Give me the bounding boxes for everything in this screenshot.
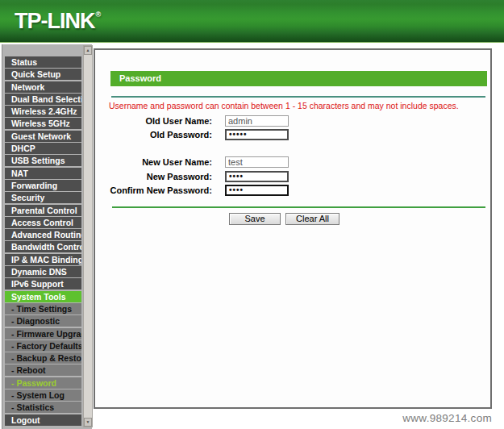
sidebar-item-usb-settings[interactable]: USB Settings — [5, 155, 81, 166]
sidebar-item-security[interactable]: Security — [5, 192, 81, 203]
sidebar-item-forwarding[interactable]: Forwarding — [5, 180, 81, 191]
sidebar-item-statistics[interactable]: - Statistics — [5, 402, 81, 413]
clear-all-button[interactable]: Clear All — [285, 213, 339, 225]
tplink-logo: TP-LINK® — [15, 9, 101, 34]
old-password-input[interactable] — [225, 129, 289, 140]
sidebar: StatusQuick SetupNetworkDual Band Select… — [2, 44, 92, 429]
sidebar-item-password[interactable]: - Password — [5, 377, 81, 389]
sidebar-item-ipv6-support[interactable]: IPv6 Support — [5, 278, 81, 289]
field-label: Old User Name: — [95, 116, 225, 126]
scroll-up-button[interactable]: ▲ — [84, 46, 92, 55]
form-row: Confirm New Password: — [95, 183, 490, 197]
sidebar-item-status[interactable]: Status — [5, 56, 81, 68]
sidebar-item-parental-control[interactable]: Parental Control — [5, 205, 81, 216]
form-row: Old User Name: — [95, 114, 490, 127]
sidebar-item-nat[interactable]: NAT — [5, 168, 81, 179]
sidebar-menu: StatusQuick SetupNetworkDual Band Select… — [5, 56, 81, 427]
form-row: New User Name: — [95, 156, 490, 169]
sidebar-item-firmware-upgrade[interactable]: - Firmware Upgrade — [5, 328, 81, 339]
field-label: Confirm New Password: — [95, 185, 225, 195]
page-title: Password — [110, 71, 487, 86]
sidebar-item-guest-network[interactable]: Guest Network — [5, 131, 81, 142]
sidebar-item-backup-restore[interactable]: - Backup & Restore — [5, 352, 81, 364]
sidebar-item-diagnostic[interactable]: - Diagnostic — [5, 315, 81, 327]
password-hint-text: Username and password can contain betwee… — [109, 101, 480, 110]
sidebar-item-time-settings[interactable]: - Time Settings — [5, 303, 81, 314]
sidebar-item-access-control[interactable]: Access Control — [5, 217, 81, 228]
sidebar-item-dynamic-dns[interactable]: Dynamic DNS — [5, 266, 81, 277]
field-label: New Password: — [95, 172, 225, 181]
new-password-input[interactable] — [225, 171, 289, 182]
registered-trademark: ® — [95, 10, 101, 19]
content-panel: Password Username and password can conta… — [94, 48, 492, 409]
logo-text: TP-LINK — [15, 9, 94, 33]
confirm-new-password-input[interactable] — [225, 185, 289, 196]
sidebar-item-system-tools[interactable]: System Tools — [5, 291, 81, 302]
sidebar-item-ip-mac-binding[interactable]: IP & MAC Binding — [5, 254, 81, 265]
save-button[interactable]: Save — [229, 213, 281, 225]
sidebar-item-reboot[interactable]: - Reboot — [5, 364, 81, 376]
sidebar-item-bandwidth-control[interactable]: Bandwidth Control — [5, 241, 81, 252]
sidebar-item-wireless-2-4ghz[interactable]: Wireless 2.4GHz — [5, 106, 81, 117]
sidebar-item-network[interactable]: Network — [5, 81, 81, 93]
scroll-down-button[interactable]: ▼ — [84, 418, 92, 427]
button-divider — [112, 206, 485, 208]
arrow-down-icon: ▼ — [85, 419, 91, 426]
sidebar-item-factory-defaults[interactable]: - Factory Defaults — [5, 340, 81, 352]
sidebar-item-system-log[interactable]: - System Log — [5, 389, 81, 401]
form-row: New Password: — [95, 169, 490, 183]
field-label: Old Password: — [95, 130, 225, 140]
watermark-text: www.989214.com — [402, 412, 492, 424]
top-banner: TP-LINK® — [0, 0, 504, 43]
header-divider — [111, 96, 485, 98]
router-admin-page: TP-LINK® StatusQuick SetupNetworkDual Ba… — [0, 0, 504, 429]
sidebar-item-logout[interactable]: Logout — [5, 414, 81, 426]
sidebar-item-dhcp[interactable]: DHCP — [5, 143, 81, 154]
field-label: New User Name: — [95, 157, 225, 167]
password-form: Old User Name: Old Password: New User Na… — [95, 114, 490, 197]
sidebar-item-advanced-routing[interactable]: Advanced Routing — [5, 229, 81, 240]
sidebar-item-wireless-5ghz[interactable]: Wireless 5GHz — [5, 118, 81, 129]
old-user-name-input[interactable] — [225, 115, 289, 127]
sidebar-scrollbar[interactable]: ▲ ▼ — [83, 45, 93, 427]
form-row: Old Password: — [95, 127, 490, 141]
new-user-name-input[interactable] — [225, 156, 289, 168]
arrow-up-icon: ▲ — [85, 47, 91, 54]
sidebar-item-dual-band-selection[interactable]: Dual Band Selection — [5, 94, 81, 105]
sidebar-item-quick-setup[interactable]: Quick Setup — [5, 69, 81, 80]
